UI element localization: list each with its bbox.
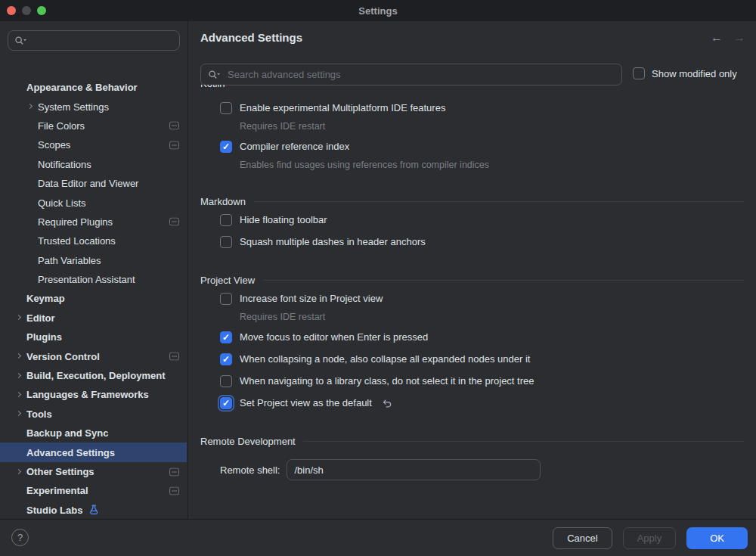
setting-label: Enable experimental Multiplatform IDE fe… — [240, 102, 445, 113]
sidebar-item-label: Data Editor and Viewer — [38, 178, 138, 189]
sidebar-item-version-control[interactable]: Version Control — [0, 346, 187, 365]
sidebar-search-input[interactable] — [32, 34, 173, 47]
revert-icon[interactable] — [381, 399, 392, 408]
stored-settings-badge-icon — [169, 467, 179, 476]
section-title: Project View — [200, 275, 255, 286]
setting-label: Hide floating toolbar — [240, 214, 327, 225]
advanced-search-input[interactable] — [226, 68, 615, 81]
setting-label: When collapsing a node, also collapse al… — [240, 353, 530, 365]
help-icon[interactable]: ? — [11, 529, 29, 546]
setting-label: Increase font size in Project view — [240, 293, 383, 304]
sidebar-item-trusted-locations[interactable]: Trusted Locations — [0, 231, 187, 250]
show-modified-only-checkbox[interactable]: Show modified only — [633, 67, 737, 79]
setting-set-project-view-as-the-default[interactable]: ✓Set Project view as the default — [200, 392, 744, 414]
history-nav: ← → — [711, 32, 745, 44]
sidebar-item-label: System Settings — [38, 101, 109, 113]
checkbox[interactable] — [220, 375, 232, 387]
chevron-right-icon[interactable] — [16, 373, 21, 378]
sidebar-item-languages-frameworks[interactable]: Languages & Frameworks — [0, 385, 187, 404]
sidebar-item-label: File Colors — [38, 120, 85, 132]
sidebar-item-system-settings[interactable]: System Settings — [0, 97, 187, 116]
setting-description: Enables find usages using references fro… — [200, 157, 744, 174]
sidebar-item-quick-lists[interactable]: Quick Lists — [0, 193, 187, 212]
section-project-view: Project ViewIncrease font size in Projec… — [200, 272, 744, 414]
stored-settings-badge-icon — [169, 353, 179, 361]
stored-settings-badge-icon — [169, 218, 179, 226]
remote-shell-input[interactable] — [287, 459, 541, 480]
checkbox[interactable]: ✓ — [220, 353, 232, 365]
sidebar-item-label: Notifications — [38, 159, 91, 170]
check-mark-icon: ✓ — [222, 333, 230, 342]
sidebar-item-scopes[interactable]: Scopes — [0, 135, 187, 154]
sidebar-item-data-editor-and-viewer[interactable]: Data Editor and Viewer — [0, 174, 187, 193]
sidebar-item-label: Presentation Assistant — [38, 274, 135, 285]
checkbox[interactable] — [220, 102, 232, 114]
chevron-right-icon[interactable] — [16, 411, 21, 416]
show-modified-only-label: Show modified only — [652, 68, 737, 79]
checkbox[interactable] — [220, 236, 232, 248]
stored-settings-badge-icon — [169, 122, 179, 130]
cancel-button[interactable]: Cancel — [553, 527, 612, 549]
setting-compiler-reference-index[interactable]: ✓Compiler reference index — [200, 135, 744, 157]
setting-label: Squash multiple dashes in header anchors — [240, 236, 426, 247]
setting-hide-floating-toolbar[interactable]: Hide floating toolbar — [200, 209, 744, 231]
chevron-right-icon[interactable] — [27, 104, 33, 109]
chevron-right-icon[interactable] — [16, 353, 21, 359]
setting-when-collapsing-a-node-also-collapse-all-expanded-nodes-under-it[interactable]: ✓When collapsing a node, also collapse a… — [200, 348, 744, 370]
forward-arrow-icon: → — [733, 32, 745, 44]
checkbox[interactable]: ✓ — [220, 397, 232, 409]
section-title: Remote Development — [200, 436, 296, 447]
sidebar-item-keymap[interactable]: Keymap — [0, 289, 187, 308]
sidebar-search-field[interactable] — [8, 30, 180, 51]
sidebar-item-advanced-settings[interactable]: Advanced Settings — [0, 443, 187, 461]
chevron-right-icon[interactable] — [16, 315, 21, 320]
sidebar-item-other-settings[interactable]: Other Settings — [0, 462, 187, 481]
sidebar-item-build-execution-deployment[interactable]: Build, Execution, Deployment — [0, 366, 187, 385]
sidebar-item-required-plugins[interactable]: Required Plugins — [0, 213, 187, 231]
sidebar-item-appearance-behavior[interactable]: Appearance & Behavior — [0, 78, 187, 97]
sidebar-item-label: Experimental — [26, 485, 88, 496]
ok-button[interactable]: OK — [686, 527, 748, 549]
sidebar-item-label: Editor — [26, 312, 55, 324]
checkbox[interactable] — [633, 67, 645, 79]
sidebar-item-editor[interactable]: Editor — [0, 309, 187, 328]
sidebar-item-plugins[interactable]: Plugins — [0, 328, 187, 346]
advanced-search-field[interactable] — [200, 64, 622, 85]
back-arrow-icon[interactable]: ← — [711, 32, 723, 44]
sidebar-item-notifications[interactable]: Notifications — [0, 155, 187, 174]
sidebar-item-studio-labs[interactable]: Studio Labs — [0, 501, 187, 520]
chevron-right-icon[interactable] — [16, 468, 21, 474]
remote-shell-label: Remote shell: — [220, 464, 280, 476]
checkbox[interactable]: ✓ — [220, 141, 232, 153]
setting-increase-font-size-in-project-view[interactable]: Increase font size in Project view — [200, 287, 744, 309]
sidebar-item-label: Quick Lists — [38, 197, 86, 209]
sidebar-item-experimental[interactable]: Experimental — [0, 481, 187, 500]
sidebar-item-presentation-assistant[interactable]: Presentation Assistant — [0, 270, 187, 289]
setting-label: Compiler reference index — [240, 141, 349, 152]
sidebar-item-backup-and-sync[interactable]: Backup and Sync — [0, 424, 187, 443]
checkbox[interactable] — [220, 214, 232, 226]
section-divider — [303, 441, 744, 442]
setting-enable-experimental-multiplatform-ide-features[interactable]: Enable experimental Multiplatform IDE fe… — [200, 97, 744, 119]
sidebar-item-tools[interactable]: Tools — [0, 405, 187, 424]
setting-when-navigating-to-a-library-class-do-not-select-it-in-the-project-tree[interactable]: When navigating to a library class, do n… — [200, 370, 744, 392]
chevron-right-icon[interactable] — [16, 392, 21, 397]
sidebar-item-file-colors[interactable]: File Colors — [0, 116, 187, 135]
checkbox[interactable]: ✓ — [220, 331, 232, 343]
checkbox[interactable] — [220, 293, 232, 305]
section-markdown: MarkdownHide floating toolbarSquash mult… — [200, 194, 744, 253]
section-title: Markdown — [200, 196, 246, 207]
section-remote-development: Remote DevelopmentRemote shell: — [200, 433, 744, 480]
apply-button[interactable]: Apply — [623, 527, 677, 549]
sidebar-item-label: Version Control — [26, 351, 100, 362]
settings-sidebar: Appearance & BehaviorSystem SettingsFile… — [0, 21, 188, 519]
setting-squash-multiple-dashes-in-header-anchors[interactable]: Squash multiple dashes in header anchors — [200, 231, 744, 253]
search-icon — [14, 36, 27, 46]
titlebar: Settings — [0, 0, 756, 21]
setting-description: Requires IDE restart — [200, 119, 744, 135]
window-title: Settings — [0, 0, 756, 21]
settings-content: KotlinEnable experimental Multiplatform … — [188, 85, 756, 519]
sidebar-item-path-variables[interactable]: Path Variables — [0, 251, 187, 270]
sidebar-item-label: Other Settings — [26, 466, 94, 477]
setting-move-focus-to-editor-when-enter-is-pressed[interactable]: ✓Move focus to editor when Enter is pres… — [200, 326, 744, 348]
